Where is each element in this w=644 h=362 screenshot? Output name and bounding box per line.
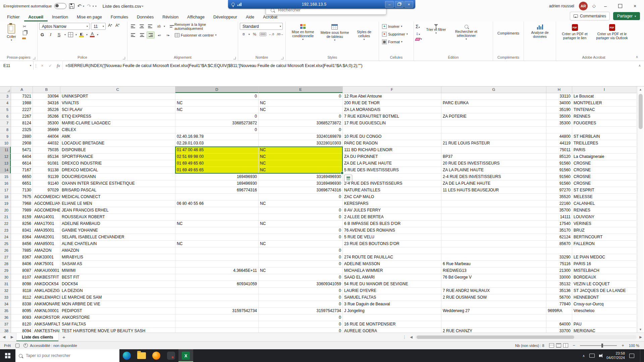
cell-F6[interactable]: 7 RUE KERAUTRET BOTMEL: [343, 113, 441, 120]
cell-G4[interactable]: PARC EURKA: [441, 100, 546, 107]
cell-E18[interactable]: 0: [259, 194, 343, 200]
cell-G29[interactable]: RIEDWEG13: [441, 267, 546, 274]
tray-volume-icon[interactable]: [599, 355, 601, 357]
cell-E7[interactable]: 33685273872: [259, 120, 343, 127]
rdp-pin-icon[interactable]: [231, 3, 235, 6]
cell-F3[interactable]: 12 Rue Abel Antoune: [343, 93, 441, 100]
italic-button[interactable]: I: [48, 32, 54, 37]
cut-icon[interactable]: ✂: [22, 24, 27, 29]
row-header-20[interactable]: 20: [0, 207, 11, 214]
cell-G11[interactable]: [441, 147, 546, 154]
formula-bar-splitter[interactable]: ⋮: [34, 61, 38, 70]
cell-C18[interactable]: MEDICAL CONNECT: [60, 194, 175, 200]
cell-F16[interactable]: 2-4 RUE DES INVESTISSEURS: [343, 180, 441, 187]
format-painter-icon[interactable]: [22, 38, 26, 39]
cell-G22[interactable]: [441, 221, 546, 227]
cell-A37[interactable]: 8120: [11, 321, 33, 328]
horizontal-scroll-thumb[interactable]: [417, 336, 574, 339]
vertical-scrollbar[interactable]: ▲ ▼: [637, 86, 643, 333]
cell-E16[interactable]: 33169496930: [259, 180, 343, 187]
number-dialog-launcher[interactable]: [281, 57, 283, 59]
cell-F5[interactable]: ZA LA MORANDAIS: [343, 107, 441, 113]
cell-E22[interactable]: NC: [259, 221, 343, 227]
cell-H21[interactable]: 14111: [546, 214, 572, 221]
cell-H31[interactable]: 35132: [546, 281, 572, 288]
cell-I21[interactable]: LOUVIGNY: [572, 214, 637, 221]
cell-I36[interactable]: [572, 314, 637, 321]
font-size-combo[interactable]: 11▾: [91, 23, 106, 30]
cell-A26[interactable]: 7885: [11, 247, 33, 254]
cell-D17[interactable]: 696774316: [175, 187, 259, 194]
formula-bar-collapse-button[interactable]: ∧: [635, 61, 644, 70]
cell-D34[interactable]: [175, 301, 259, 308]
cell-A35[interactable]: 8095: [11, 308, 33, 314]
pdf-share-link-button[interactable]: PDF Créer un PDF et partager le lien: [558, 23, 592, 55]
taskbar-edge-icon[interactable]: [119, 349, 134, 362]
fill-button[interactable]: ⇩▾: [416, 31, 422, 37]
percent-format-button[interactable]: %: [251, 32, 259, 36]
cell-B3[interactable]: 33094: [33, 93, 60, 100]
cell-G33[interactable]: 2 RUE OUSMANE SOW: [441, 294, 546, 301]
cell-I12[interactable]: La Chataigneraie: [572, 154, 637, 160]
cell-I28[interactable]: PARIS 16: [572, 261, 637, 267]
column-header-C[interactable]: C: [60, 86, 175, 93]
cell-C36[interactable]: ANKORSTORE: [60, 314, 175, 321]
cell-C28[interactable]: SASAM AS: [60, 261, 175, 267]
cell-A18[interactable]: 7675: [11, 194, 33, 200]
ribbon-tab-révision[interactable]: Révision: [158, 13, 183, 21]
ribbon-tab-mise-en-page[interactable]: Mise en page: [72, 13, 106, 21]
orientation-button[interactable]: ab: [155, 23, 163, 30]
taskbar-search-input[interactable]: [25, 353, 104, 358]
cell-H23[interactable]: 35170: [546, 227, 572, 234]
cell-H24[interactable]: 62124: [546, 234, 572, 241]
bold-button[interactable]: G: [39, 32, 45, 37]
pdf-share-outlook-button[interactable]: PDF Créer un PDF et le partager via Outl…: [594, 23, 630, 55]
cell-C20[interactable]: JEAN FRANCOIS ERHEL: [60, 207, 175, 214]
cell-I13[interactable]: CROSNE: [572, 160, 637, 167]
align-left-button[interactable]: [129, 32, 137, 39]
row-header-37[interactable]: 37: [0, 321, 11, 328]
cell-D8[interactable]: 0: [175, 127, 259, 133]
cell-E5[interactable]: NC: [259, 107, 343, 113]
cell-C24[interactable]: SELARL ISABELLE CHEVANDIER: [60, 234, 175, 241]
cell-D22[interactable]: NC: [175, 221, 259, 227]
cell-I34[interactable]: Crouy-sur-Ourcq: [572, 301, 637, 308]
copy-icon[interactable]: [23, 31, 27, 35]
cell-H4[interactable]: 34000: [546, 100, 572, 107]
cell-F17[interactable]: NATURE ANTILLES: [343, 187, 441, 194]
horizontal-scrollbar[interactable]: [415, 335, 637, 339]
cell-E9[interactable]: 33240169878: [259, 133, 343, 140]
ribbon-tab-développeur[interactable]: Développeur: [209, 13, 241, 21]
cell-A11[interactable]: 5471: [11, 147, 33, 154]
row-header-38[interactable]: 38: [0, 328, 11, 333]
cell-D4[interactable]: NC: [175, 100, 259, 107]
cell-E11[interactable]: NC: [259, 147, 343, 154]
cell-D12[interactable]: 02 51 69 98 00: [175, 154, 259, 160]
cell-G36[interactable]: [441, 314, 546, 321]
cell-H19[interactable]: 22160: [546, 200, 572, 207]
cell-A4[interactable]: 1988: [11, 100, 33, 107]
cell-B11[interactable]: 75035: [33, 147, 60, 154]
cell-H37[interactable]: 64000: [546, 321, 572, 328]
cell-A3[interactable]: 7321: [11, 93, 33, 100]
cell-E29[interactable]: NC: [259, 267, 343, 274]
delete-cells-button[interactable]: ×Supprimer▾: [381, 31, 412, 38]
cell-D14[interactable]: 01 69 49 65 65: [175, 167, 259, 174]
cell-A31[interactable]: 8098: [11, 281, 33, 288]
cell-I38[interactable]: MERIGNAC: [572, 328, 637, 333]
macro-record-icon[interactable]: [15, 344, 19, 348]
cell-F24[interactable]: 5 RUE DE VELU: [343, 234, 441, 241]
cell-G13[interactable]: 20 RUE DES INVESTISSEURS: [441, 160, 546, 167]
cell-F28[interactable]: ADELINE MASSON: [343, 261, 441, 267]
cell-C31[interactable]: DOCK54: [60, 281, 175, 288]
cell-F29[interactable]: MICHAELA WIMMER: [343, 267, 441, 274]
cell-B23[interactable]: AMA35001: [33, 227, 60, 234]
cell-H3[interactable]: 33110: [546, 93, 572, 100]
align-center-button[interactable]: [138, 32, 146, 39]
ribbon-tab-insertion[interactable]: Insertion: [48, 13, 72, 21]
cell-G25[interactable]: [441, 241, 546, 247]
cell-E26[interactable]: 0: [259, 247, 343, 254]
cell-C3[interactable]: UNINKSPORT: [60, 93, 175, 100]
cell-F4[interactable]: 200 RUE DE THOR: [343, 100, 441, 107]
cell-A34[interactable]: 8338: [11, 301, 33, 308]
